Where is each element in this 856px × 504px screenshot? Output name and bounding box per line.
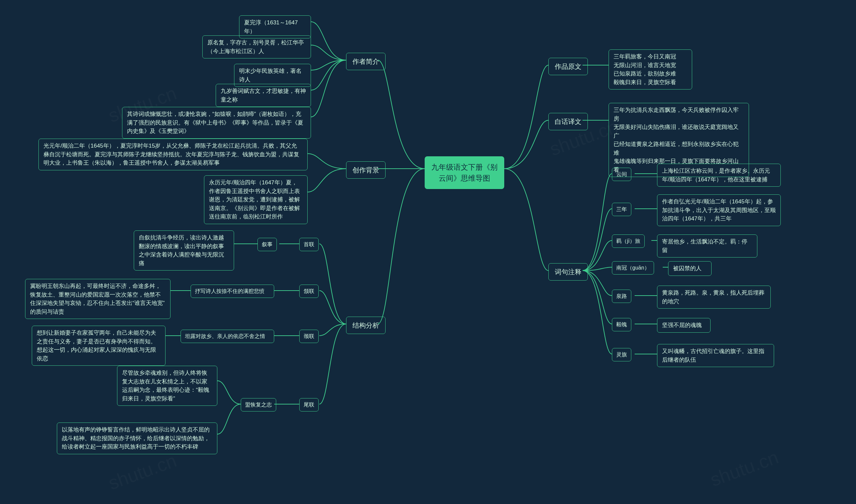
- couplet-4-leaf2[interactable]: 以落地有声的铮铮誓言作结，鲜明地昭示出诗人坚贞不屈的战斗精神、精忠报国的赤子情怀…: [57, 422, 217, 454]
- couplet-1-sub[interactable]: 叙事: [257, 238, 277, 251]
- couplet-3[interactable]: 颈联: [299, 330, 319, 343]
- note-key-2[interactable]: 三年: [612, 203, 631, 216]
- author-c1[interactable]: 夏完淳（1631～1647年）: [239, 15, 311, 38]
- couplet-2-leaf[interactable]: 冀盼明王朝东山再起，可最终时运不济，命途多舛，恢复故土、重整河山的爱国宏愿一次次…: [25, 279, 171, 319]
- note-key-6[interactable]: 毅魄: [612, 318, 631, 331]
- note-key-1[interactable]: 云间: [612, 168, 631, 181]
- branch-notes[interactable]: 词句注释: [548, 263, 588, 281]
- note-val-3[interactable]: 寄居他乡，生活飘泊不定。羁：停留: [657, 234, 757, 257]
- note-val-1[interactable]: 上海松江区古称云间，是作者家乡。永历元年/顺治四年（1647年），他在这里被逮捕: [657, 164, 781, 187]
- note-val-2[interactable]: 作者自弘光元年/顺治二年（1645年）起，参加抗清斗争，出入于太湖及其周围地区，…: [657, 194, 781, 226]
- bg-c2[interactable]: 永历元年/顺治四年（1647年）夏，作者因鲁王遥授中书舍人之职而上表谢恩，为清廷…: [204, 175, 308, 224]
- root-node[interactable]: 九年级语文下册《别云间》思维导图: [425, 156, 504, 189]
- branch-original[interactable]: 作品原文: [548, 58, 588, 75]
- couplet-2[interactable]: 颔联: [299, 285, 319, 298]
- note-key-5[interactable]: 泉路: [612, 290, 631, 303]
- original-text[interactable]: 三年羁旅客，今日又南冠 无限山河泪，谁言天地宽 已知泉路近，欲别故乡难 毅魄归来…: [609, 50, 692, 90]
- couplet-2-sub[interactable]: 抒写诗人按捺不住的满腔悲愤: [191, 285, 274, 298]
- note-key-4[interactable]: 南冠（guān）: [612, 261, 654, 274]
- note-key-3[interactable]: 羁（jī）旅: [612, 234, 645, 248]
- note-val-5[interactable]: 黄泉路，死路。泉，黄泉，指人死后埋葬的地穴: [657, 286, 771, 309]
- couplet-4-leaf1[interactable]: 尽管故乡牵魂难别，但诗人终将恢复大志放在儿女私情之上，不以家运后嗣为念，最终表明…: [117, 366, 217, 406]
- note-val-4[interactable]: 被囚禁的人: [668, 261, 712, 276]
- author-c5[interactable]: 其诗词或慷慨悲壮，或凄怆哀婉，“如猿唳，如鹃啼”（谢枚如语），充满了强烈的民族意…: [122, 107, 311, 139]
- author-c4[interactable]: 九岁善词赋古文，才思敏捷，有神童之称: [216, 84, 311, 107]
- couplet-3-sub[interactable]: 坦露对故乡、亲人的依恋不舍之情: [181, 330, 274, 343]
- author-c2[interactable]: 原名复，字存古，别号灵胥，松江华亭（今上海市松江区）人: [202, 35, 311, 58]
- note-val-7[interactable]: 又叫魂幡，古代招引亡魂的旗子。这里指后继者的队伍: [657, 344, 774, 367]
- bg-c1[interactable]: 光元年/顺治二年（1645年），夏完淳时年15岁，从父允彝、师陈子龙在松江起兵抗…: [38, 139, 308, 170]
- couplet-3-leaf[interactable]: 想到让新婚妻子在家孤守两年，自己未能尽为夫之责任与义务，妻子是否已有身孕尚不得而…: [32, 326, 166, 366]
- couplet-1-leaf[interactable]: 自叙抗清斗争经历，读出诗人激越翻滚的情感波澜，读出平静的叙事之中深含着诗人满腔辛…: [134, 231, 234, 271]
- author-c3[interactable]: 明末少年民族英雄，著名诗人: [234, 64, 311, 87]
- couplet-4-sub[interactable]: 盟恢复之志: [241, 398, 276, 412]
- mindmap-canvas: shutu.cn shutu.cn shutu.cn shutu.cn: [0, 0, 856, 504]
- branch-background[interactable]: 创作背景: [346, 161, 386, 179]
- couplet-4[interactable]: 尾联: [299, 398, 319, 412]
- branch-author[interactable]: 作者简介: [346, 53, 386, 70]
- watermark: shutu.cn: [105, 450, 179, 494]
- note-val-6[interactable]: 坚强不屈的魂魄: [657, 318, 711, 332]
- branch-structure[interactable]: 结构分析: [346, 317, 386, 334]
- note-key-7[interactable]: 灵旗: [612, 348, 631, 361]
- watermark: shutu.cn: [707, 446, 781, 491]
- couplet-1[interactable]: 首联: [299, 238, 319, 251]
- branch-translation[interactable]: 白话译文: [548, 113, 588, 130]
